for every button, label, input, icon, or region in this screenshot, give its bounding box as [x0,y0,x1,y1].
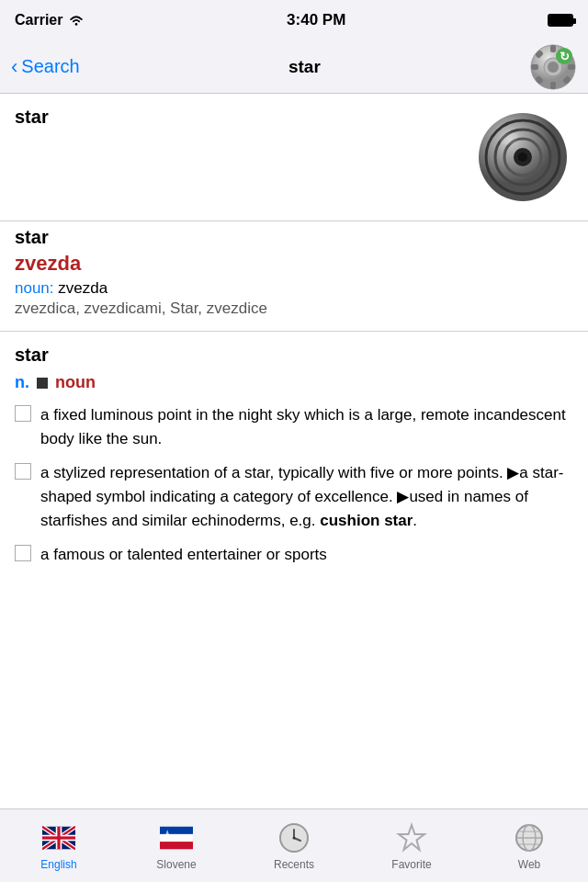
svg-rect-29 [42,836,75,839]
speaker-icon [472,107,573,208]
dict-noun-label: noun [55,373,96,392]
svg-rect-2 [550,45,556,52]
wifi-icon [68,14,85,27]
svg-text:↻: ↻ [560,50,570,63]
entry-translation: zvezda [15,252,573,276]
gear-icon: ↻ [529,43,577,91]
slovene-flag-icon [160,821,193,854]
tab-english[interactable]: English [0,821,118,871]
dict-word: star [15,345,573,366]
svg-point-19 [518,153,527,162]
tab-slovene[interactable]: Slovene [118,821,235,871]
back-button[interactable]: ‹ Search [11,55,80,79]
svg-point-37 [293,836,296,839]
svg-rect-4 [531,64,538,70]
tab-favorite[interactable]: Favorite [353,821,470,871]
tab-favorite-label: Favorite [391,858,431,871]
dict-type-line: n. noun [15,373,573,392]
back-label: Search [21,56,79,77]
uk-flag-svg [42,824,75,852]
si-flag-svg [160,824,193,852]
def-checkbox-1[interactable] [15,405,31,422]
svg-marker-38 [399,825,424,850]
tab-english-label: English [40,858,76,871]
svg-rect-30 [160,826,193,833]
svg-rect-3 [550,82,556,89]
pos-label: noun: [15,279,54,297]
def-text-1: a fixed luminous point in the night sky … [40,403,573,452]
svg-rect-32 [160,842,193,849]
dictionary-entry: star n. noun a fixed luminous point in t… [0,332,588,594]
tab-slovene-label: Slovene [156,858,196,871]
entry-word-2: star [15,227,573,248]
svg-rect-5 [568,64,575,70]
svg-point-0 [75,23,78,26]
favorite-star-icon [395,821,428,854]
entry-synonyms: zvezdica, zvezdicami, Star, zvezdice [15,300,573,318]
nav-title: star [288,57,321,77]
entry-word-star: star [15,107,49,128]
star-svg [396,822,427,854]
dict-n-label: n. [15,373,29,392]
web-globe-icon [513,821,546,854]
def-checkbox-3[interactable] [15,545,31,561]
status-bar: Carrier 3:40 PM [0,0,588,40]
svg-point-11 [548,62,559,73]
translation-entry-text: star [15,107,49,131]
dict-square-icon [37,378,48,389]
translation-detail: star zvezda noun: zvezda zvezdica, zvezd… [0,221,588,332]
entry-pos-line: noun: zvezda [15,279,573,298]
chevron-left-icon: ‹ [11,55,17,79]
settings-button[interactable]: ↻ [529,43,577,91]
status-time: 3:40 PM [287,11,345,29]
recents-clock-icon [277,821,311,854]
pos-value: zvezda [58,279,107,297]
def-text-2: a stylized representation of a star, typ… [40,461,573,534]
definition-1: a fixed luminous point in the night sky … [15,403,573,452]
tab-web[interactable]: Web [470,821,588,871]
globe-svg [514,822,545,854]
battery-indicator [548,14,573,27]
clock-svg [278,822,310,854]
def-checkbox-2[interactable] [15,463,31,480]
definition-3: a famous or talented entertainer or spor… [15,543,573,567]
definition-2: a stylized representation of a star, typ… [15,461,573,534]
english-flag-icon [42,821,75,854]
content-area: star [0,94,588,808]
speaker-button[interactable] [472,107,573,208]
battery-fill [549,16,571,25]
battery-box [548,14,573,27]
tab-recents[interactable]: Recents [235,821,353,871]
tab-recents-label: Recents [274,858,314,871]
tab-web-label: Web [518,858,540,871]
carrier-wifi: Carrier [15,12,85,28]
translation-entry: star [0,94,588,221]
nav-bar: ‹ Search star [0,40,588,94]
def-text-3: a famous or talented entertainer or spor… [40,543,573,567]
tab-bar: English Slovene Recents [0,808,588,882]
carrier-label: Carrier [15,12,62,28]
